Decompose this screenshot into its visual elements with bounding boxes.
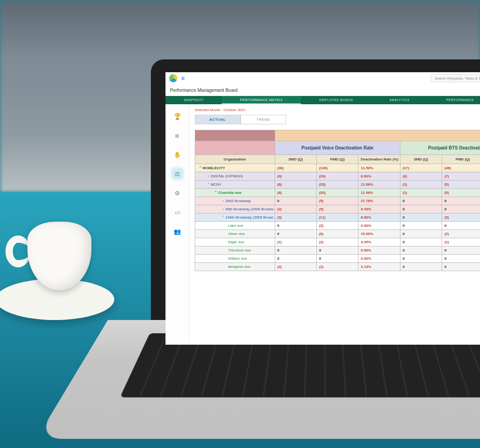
card-icon[interactable]: ▭ [172,207,183,218]
table-row[interactable]: Liam doe0(2)0.00%000.00% [195,222,480,230]
table-row[interactable]: ˅146th Broadway (3569 Broad…(3)(11)8.80%… [195,213,480,222]
chevron-icon[interactable]: ˅ [213,191,218,195]
table-row[interactable]: ˅Charlotte doe(8)(33)11.96%(1)(5)8.33% [195,189,480,197]
org-label: Charlotte doe [218,191,242,195]
table-row[interactable]: ˅MCNY(8)(33)11.96%(1)(5)8.33% [195,181,480,189]
org-cell[interactable]: Liam doe [195,222,275,230]
data-cell: 15.00% [358,230,400,238]
data-cell: 3.13% [358,263,400,271]
org-cell[interactable]: Benjamin doe [195,263,275,271]
tab-analytics[interactable]: ANALYTICS [371,96,428,104]
data-cell: (1) [275,238,316,246]
laptop: ≡ Search Requests, Tasks & Tickets ⌕ 🔔 P… [108,46,480,448]
chevron-icon[interactable]: ˅ [221,215,225,219]
chevron-icon[interactable]: › [206,174,211,178]
trophy-icon[interactable]: 🏆 [172,111,183,122]
table-row[interactable]: ˅MOBILECITY(36)(148)11.56%(17)(48)17.65% [195,164,480,172]
data-cell: 0.00% [358,222,400,230]
table-row[interactable]: ›2803 Broadway0(5)27.78%000.00% [195,197,480,205]
org-cell[interactable]: ›DIGITAL EXPRESS [195,172,275,181]
org-cell[interactable]: Oliver doe [195,230,275,238]
chevron-icon[interactable]: › [221,207,225,211]
top-bar: ≡ Search Requests, Tasks & Tickets ⌕ 🔔 [165,72,480,84]
table-row[interactable]: Elijah doe(1)(2)4.35%0(1)6.67% [195,238,480,246]
data-cell: (5) [316,197,358,205]
data-cell: 0 [442,197,480,205]
data-cell: 0 [400,213,442,222]
stack-icon[interactable]: ≣ [172,130,183,141]
org-label: Elijah doe [228,240,244,244]
data-cell: (1) [316,263,358,271]
org-cell[interactable]: ˅Charlotte doe [195,189,275,197]
org-cell[interactable]: ›98th Broadway (2606 Broadw… [195,205,275,213]
search-input[interactable]: Search Requests, Tasks & Tickets ⌕ [431,74,480,82]
org-label: Oliver doe [228,232,245,236]
data-cell: (3) [442,213,480,222]
data-cell: 0 [400,230,442,238]
tab-employee-bonus[interactable]: EMPLOYEE BONUS [301,96,371,104]
table-row[interactable]: Benjamin doe(2)(1)3.13%000.00% [195,263,480,271]
org-cell[interactable]: Elijah doe [195,238,275,246]
data-cell: 0 [316,246,358,255]
pill-trend[interactable]: TREND [240,115,286,124]
data-cell: (1) [442,238,480,246]
data-cell: 27.78% [358,197,400,205]
org-cell[interactable]: ›2803 Broadway [195,197,275,205]
chevron-icon[interactable]: › [221,199,225,203]
menu-icon[interactable]: ≡ [181,75,185,82]
org-cell[interactable]: ˅MOBILECITY [195,164,275,172]
data-cell: 9.43% [358,205,400,213]
org-label: Benjamin doe [228,265,251,269]
data-cell: 0 [275,222,316,230]
col-organization: Organization [195,155,275,164]
table-row[interactable]: ›98th Broadway (2606 Broadw…(2)(5)9.43%0… [195,205,480,213]
data-cell: (17) [400,164,442,172]
data-cell: 0 [400,197,442,205]
data-cell: 0.00% [358,255,400,263]
app-screen: ≡ Search Requests, Tasks & Tickets ⌕ 🔔 P… [165,72,480,345]
coffee-cup [14,210,96,311]
data-cell: (33) [316,189,358,197]
chevron-icon[interactable]: ˅ [198,166,203,170]
org-cell[interactable]: ˅MCNY [195,181,275,189]
data-cell: 0 [400,263,442,271]
hand-icon[interactable]: ✋ [172,149,183,160]
table-row[interactable]: Theodore doe000.00%000.00% [195,246,480,255]
org-label: William doe [228,256,247,261]
data-cell: (8) [275,181,316,189]
data-cell: (2) [316,222,358,230]
data-cell: 0 [400,222,442,230]
data-cell: 4.35% [358,238,400,246]
data-cell: (5) [442,181,480,189]
group-icon[interactable]: 👥 [172,226,183,237]
table-row[interactable]: Oliver doe0(6)15.00%0(2)33.33% [195,230,480,238]
col-header: SMD (Q) [275,155,316,164]
data-cell: 0 [442,205,480,213]
org-label: 146th Broadway (3569 Broad… [225,215,275,219]
selected-month: Selected Month - October 2021 [195,108,480,112]
scale-icon[interactable]: ⚖ [172,168,183,179]
data-cell: 0 [400,238,442,246]
view-toggle: ACTUAL TREND [195,115,286,124]
data-cell: 0 [442,263,480,271]
data-cell: 0 [275,197,316,205]
data-cell: (1) [400,181,442,189]
org-cell[interactable]: Theodore doe [195,246,275,255]
org-cell[interactable]: ˅146th Broadway (3569 Broad… [195,213,275,222]
org-label: Theodore doe [228,248,251,252]
org-label: 2803 Broadway [225,199,251,203]
gear-icon[interactable]: ⚙ [172,187,183,198]
page-title: Performance Management Board [165,84,480,96]
org-cell[interactable]: William doe [195,255,275,263]
data-cell: (2) [275,205,316,213]
chevron-icon[interactable]: ˅ [206,182,211,187]
data-cell: (6) [316,230,358,238]
tab-performance-matrix[interactable]: PERFORMANCE MATRIX [222,96,301,104]
data-cell: 0 [400,205,442,213]
tab-performance[interactable]: PERFORMANCE [428,96,480,104]
pill-actual[interactable]: ACTUAL [195,115,240,124]
tab-snapshot[interactable]: SNAPSHOT [165,96,222,104]
matrix-table: Postpaid Voice Deactivation Rate Postpai… [195,130,480,271]
table-row[interactable]: William doe000.00%000.00% [195,255,480,263]
table-row[interactable]: ›DIGITAL EXPRESS(9)(26)8.90%(6)(7)14.58% [195,172,480,181]
